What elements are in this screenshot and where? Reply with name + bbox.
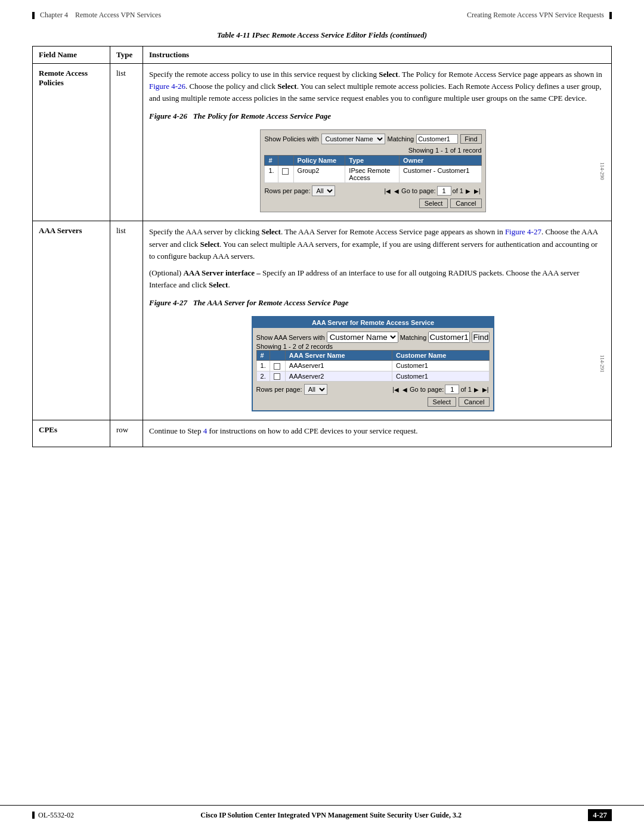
link-figure-27[interactable]: Figure 4-27 xyxy=(505,227,541,236)
find-button-policy[interactable]: Find xyxy=(460,134,481,144)
rows-per-page-policy: Rows per page: All xyxy=(264,185,335,196)
aaa-col-num: # xyxy=(256,351,270,361)
policy-col-num: # xyxy=(265,156,278,166)
col-header-field-name: Field Name xyxy=(33,47,110,64)
aaa-row1-customer: Customer1 xyxy=(392,361,489,371)
page-footer: OL-5532-02 Cisco IP Solution Center Inte… xyxy=(0,805,644,821)
rows-per-page-select-aaa[interactable]: All xyxy=(304,384,327,395)
nav-prev-policy[interactable]: ◀ xyxy=(393,188,400,194)
aaa-row1-num: 1. xyxy=(256,361,270,371)
link-step-4[interactable]: 4 xyxy=(203,426,208,435)
cancel-button-aaa[interactable]: Cancel xyxy=(459,397,490,407)
filter-select-policy[interactable]: Customer Name xyxy=(321,134,385,144)
side-note-aaa: 114-291 xyxy=(599,355,605,373)
footer-left: OL-5532-02 xyxy=(32,811,74,820)
figure-caption-27: Figure 4-27 The AAA Server for Remote Ac… xyxy=(149,298,605,308)
footer-bar xyxy=(32,812,35,819)
policy-col-type: Type xyxy=(345,156,400,166)
matching-input-aaa[interactable] xyxy=(428,332,470,343)
nav-first-aaa[interactable]: |◀ xyxy=(391,386,400,393)
showing-text-policy: Showing 1 - 1 of 1 record xyxy=(264,147,481,154)
type-remote-access: list xyxy=(110,64,143,221)
bold-select-aaa-3: Select xyxy=(209,280,228,289)
screenshot-aaa: AAA Server for Remote Access Service Sho… xyxy=(252,316,495,411)
nav-next-aaa[interactable]: ▶ xyxy=(473,386,480,393)
aaa-row2-customer: Customer1 xyxy=(392,371,489,382)
policy-row1-type: IPsec RemoteAccess xyxy=(345,166,400,183)
aaa-title-bar: AAA Server for Remote Access Service xyxy=(253,317,494,328)
filter-select-aaa[interactable]: Customer Name xyxy=(327,332,398,343)
action-btns-policy: Select Cancel xyxy=(264,199,481,208)
checkbox-policy-1[interactable] xyxy=(282,168,289,175)
checkbox-aaa-1[interactable] xyxy=(274,363,280,370)
header-section: Remote Access VPN Services xyxy=(75,11,161,19)
footer-doc-id: OL-5532-02 xyxy=(38,811,74,820)
aaa-row-1: 1. AAAserver1 Customer1 xyxy=(256,361,490,371)
find-button-aaa[interactable]: Find xyxy=(472,332,490,343)
filter-label-aaa: Show AAA Servers with xyxy=(256,334,325,341)
policy-row1-owner: Customer - Customer1 xyxy=(400,166,481,183)
aaa-col-server-name: AAA Server Name xyxy=(285,351,392,361)
nav-last-policy[interactable]: ▶| xyxy=(473,188,482,194)
header-right: Creating Remote Access VPN Service Reque… xyxy=(467,11,612,20)
main-content: Table 4-11 IPsec Remote Access Service E… xyxy=(0,24,644,459)
footer-page-number: 4-27 xyxy=(588,809,612,821)
aaa-row2-num: 2. xyxy=(256,371,270,382)
para-aaa-1: Specify the AAA server by clicking Selec… xyxy=(149,226,605,262)
cancel-button-policy[interactable]: Cancel xyxy=(450,199,481,208)
go-to-label-policy: Go to page: xyxy=(401,187,436,194)
type-aaa: list xyxy=(110,221,143,420)
doc-table: Field Name Type Instructions Remote Acce… xyxy=(32,46,612,447)
table-row: CPEs row Continue to Step 4 for instruct… xyxy=(33,420,612,447)
col-header-instructions: Instructions xyxy=(143,47,612,64)
go-to-input-policy[interactable] xyxy=(437,186,451,196)
showing-text-aaa: Showing 1 - 2 of 2 records xyxy=(256,343,490,350)
nav-prev-aaa[interactable]: ◀ xyxy=(401,386,408,393)
of-label-policy: of 1 xyxy=(453,187,463,194)
type-cpes: row xyxy=(110,420,143,447)
aaa-col-check xyxy=(270,351,285,361)
select-button-policy[interactable]: Select xyxy=(419,199,448,208)
field-name-remote-access: Remote AccessPolicies xyxy=(33,64,110,221)
policy-row1-num: 1. xyxy=(265,166,278,183)
filter-label-policy: Show Policies with xyxy=(264,135,318,143)
link-figure-26[interactable]: Figure 4-26 xyxy=(149,82,185,91)
go-to-label-aaa: Go to page: xyxy=(410,386,444,393)
bold-select-aaa-2: Select xyxy=(200,240,219,249)
figure-caption-26: Figure 4-26 The Policy for Remote Access… xyxy=(149,112,605,121)
go-to-input-aaa[interactable] xyxy=(445,385,459,394)
side-note-policy: 114-290 xyxy=(599,162,605,180)
rows-per-page-select-policy[interactable]: All xyxy=(312,185,335,196)
policy-row1-check xyxy=(278,166,293,183)
screenshot-wrapper-policy: Show Policies with Customer Name Matchin… xyxy=(149,126,605,216)
matching-label-aaa: Matching xyxy=(400,334,427,341)
action-btns-aaa: Select Cancel xyxy=(256,397,490,407)
instructions-remote-access: Specify the remote access policy to use … xyxy=(143,64,612,221)
matching-label-policy: Matching xyxy=(388,135,414,143)
col-header-type: Type xyxy=(110,47,143,64)
checkbox-aaa-2[interactable] xyxy=(274,373,280,380)
nav-last-aaa[interactable]: ▶| xyxy=(481,386,490,393)
rows-per-page-aaa: Rows per page: All xyxy=(256,384,327,395)
aaa-table: # AAA Server Name Customer Name xyxy=(256,350,490,382)
rows-per-page-label-aaa: Rows per page: xyxy=(256,386,302,393)
select-button-aaa[interactable]: Select xyxy=(428,397,457,407)
screenshot-policy: Show Policies with Customer Name Matchin… xyxy=(260,129,485,212)
policy-col-check xyxy=(278,156,293,166)
aaa-row1-check xyxy=(270,361,285,371)
nav-controls-policy: |◀ ◀ Go to page: of 1 ▶ ▶| xyxy=(383,186,481,196)
bold-select-aaa-1: Select xyxy=(261,227,280,236)
header-left: Chapter 4 Remote Access VPN Services xyxy=(32,11,161,20)
header-right-section: Creating Remote Access VPN Service Reque… xyxy=(467,11,604,19)
aaa-body: Show AAA Servers with Customer Name Matc… xyxy=(253,328,494,410)
nav-first-policy[interactable]: |◀ xyxy=(383,188,392,194)
aaa-row2-check xyxy=(270,371,285,382)
para-cpes: Continue to Step 4 for instructions on h… xyxy=(149,425,605,437)
screenshot-footer-aaa: Rows per page: All |◀ ◀ Go to page: of 1 xyxy=(256,384,490,395)
policy-row1-name: Group2 xyxy=(293,166,345,183)
policy-col-name: Policy Name xyxy=(293,156,345,166)
matching-input-policy[interactable] xyxy=(416,134,458,144)
table-row: Remote AccessPolicies list Specify the r… xyxy=(33,64,612,221)
nav-next-policy[interactable]: ▶ xyxy=(465,188,472,194)
screenshot-footer-policy: Rows per page: All |◀ ◀ Go to page: of 1 xyxy=(264,185,481,196)
